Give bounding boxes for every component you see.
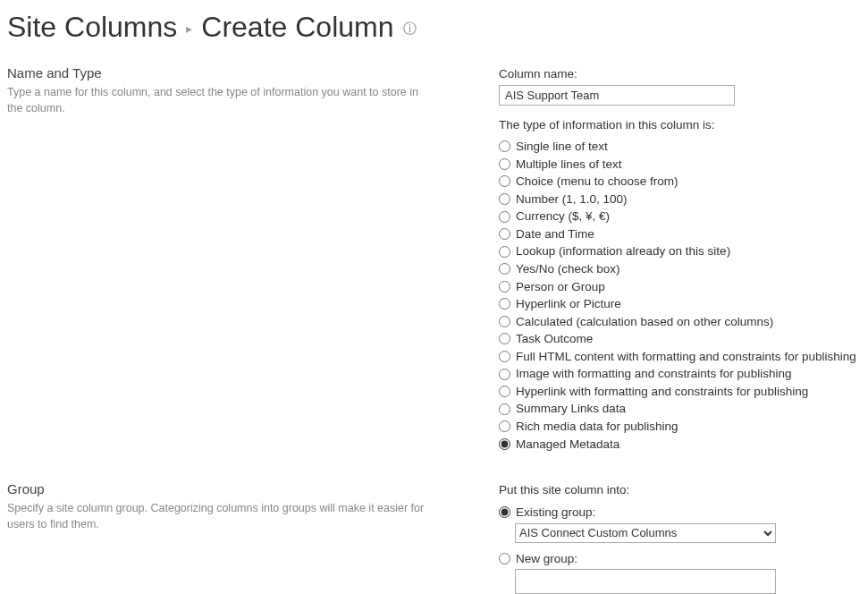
info-icon[interactable]: ⓘ (403, 21, 417, 38)
info-type-radio[interactable] (499, 263, 510, 275)
info-type-row: Choice (menu to choose from) (499, 173, 861, 191)
info-type-row: Date and Time (499, 225, 861, 243)
new-group-input[interactable] (515, 569, 776, 594)
column-name-input[interactable] (499, 85, 735, 106)
info-type-radio[interactable] (499, 420, 510, 432)
info-type-radio[interactable] (499, 351, 510, 362)
info-type-radio[interactable] (499, 281, 510, 293)
info-type-row: Yes/No (check box) (499, 260, 861, 278)
info-type-option-label[interactable]: Single line of text (516, 138, 608, 156)
info-type-option-label[interactable]: Rich media data for publishing (516, 418, 678, 436)
section-name-type: Name and Type Type a name for this colum… (7, 65, 861, 453)
info-type-radio[interactable] (499, 193, 510, 205)
info-type-row: Summary Links data (499, 400, 861, 418)
section-title-name-type: Name and Type (7, 65, 490, 81)
info-type-radio[interactable] (499, 316, 510, 327)
info-type-option-label[interactable]: Person or Group (516, 278, 605, 296)
info-type-option-label[interactable]: Lookup (information already on this site… (516, 242, 730, 260)
info-type-option-label[interactable]: Number (1, 1.0, 100) (516, 191, 628, 208)
info-type-option-label[interactable]: Yes/No (check box) (516, 260, 620, 278)
section-group: Group Specify a site column group. Categ… (7, 481, 861, 594)
info-type-option-label[interactable]: Full HTML content with formatting and co… (516, 348, 856, 366)
put-into-label: Put this site column into: (499, 483, 861, 496)
info-type-row: Hyperlink with formatting and constraint… (499, 383, 861, 401)
info-type-radio[interactable] (499, 140, 510, 152)
info-type-option-label[interactable]: Summary Links data (516, 400, 626, 418)
section-title-group: Group (7, 481, 490, 496)
info-type-row: Lookup (information already on this site… (499, 242, 861, 260)
section-desc-group: Specify a site column group. Categorizin… (7, 500, 427, 532)
existing-group-radio[interactable] (499, 506, 510, 518)
info-type-option-label[interactable]: Calculated (calculation based on other c… (516, 313, 773, 331)
info-type-row: Full HTML content with formatting and co… (499, 348, 861, 366)
info-type-option-label[interactable]: Multiple lines of text (516, 156, 622, 174)
info-type-radio[interactable] (499, 228, 510, 240)
info-type-option-label[interactable]: Date and Time (516, 225, 594, 243)
existing-group-label[interactable]: Existing group: (516, 504, 595, 522)
info-type-option-label[interactable]: Hyperlink or Picture (516, 295, 621, 313)
info-type-radio[interactable] (499, 211, 510, 223)
info-type-row: Calculated (calculation based on other c… (499, 313, 861, 331)
info-type-radio[interactable] (499, 246, 510, 258)
info-type-row: Number (1, 1.0, 100) (499, 191, 861, 208)
info-type-row: Image with formatting and constraints fo… (499, 365, 861, 383)
info-type-row: Person or Group (499, 278, 861, 296)
new-group-radio[interactable] (499, 553, 510, 564)
info-type-option-label[interactable]: Hyperlink with formatting and constraint… (516, 383, 808, 401)
info-type-radio[interactable] (499, 438, 510, 450)
info-type-radio[interactable] (499, 333, 510, 344)
info-type-radio[interactable] (499, 158, 510, 170)
breadcrumb: Site Columns ▸ Create Column ⓘ (7, 9, 861, 60)
info-type-row: Currency ($, ¥, €) (499, 208, 861, 225)
info-type-option-label[interactable]: Managed Metadata (516, 436, 619, 454)
info-type-radio[interactable] (499, 175, 510, 187)
info-type-radio[interactable] (499, 298, 510, 310)
info-type-row: Single line of text (499, 138, 861, 156)
info-type-radio-list: Single line of textMultiple lines of tex… (499, 138, 861, 453)
info-type-option-label[interactable]: Choice (menu to choose from) (516, 173, 678, 191)
info-type-row: Hyperlink or Picture (499, 295, 861, 313)
row-existing-group: Existing group: (499, 504, 861, 522)
info-type-label: The type of information in this column i… (499, 118, 861, 132)
info-type-option-label[interactable]: Task Outcome (516, 330, 593, 348)
existing-group-select[interactable]: AIS Connect Custom Columns (515, 523, 776, 543)
breadcrumb-site-columns[interactable]: Site Columns (7, 11, 177, 44)
new-group-label[interactable]: New group: (516, 550, 577, 568)
section-desc-name-type: Type a name for this column, and select … (7, 84, 427, 116)
info-type-row: Multiple lines of text (499, 156, 861, 174)
info-type-option-label[interactable]: Image with formatting and constraints fo… (516, 365, 791, 383)
breadcrumb-create-column: Create Column (201, 11, 393, 44)
row-new-group: New group: (499, 550, 861, 568)
info-type-radio[interactable] (499, 386, 510, 397)
info-type-option-label[interactable]: Currency ($, ¥, €) (516, 208, 610, 225)
info-type-radio[interactable] (499, 403, 510, 415)
info-type-row: Task Outcome (499, 330, 861, 348)
info-type-row: Managed Metadata (499, 436, 861, 454)
info-type-row: Rich media data for publishing (499, 418, 861, 436)
info-type-radio[interactable] (499, 369, 510, 380)
column-name-label: Column name: (499, 67, 861, 81)
breadcrumb-separator: ▸ (186, 21, 192, 36)
